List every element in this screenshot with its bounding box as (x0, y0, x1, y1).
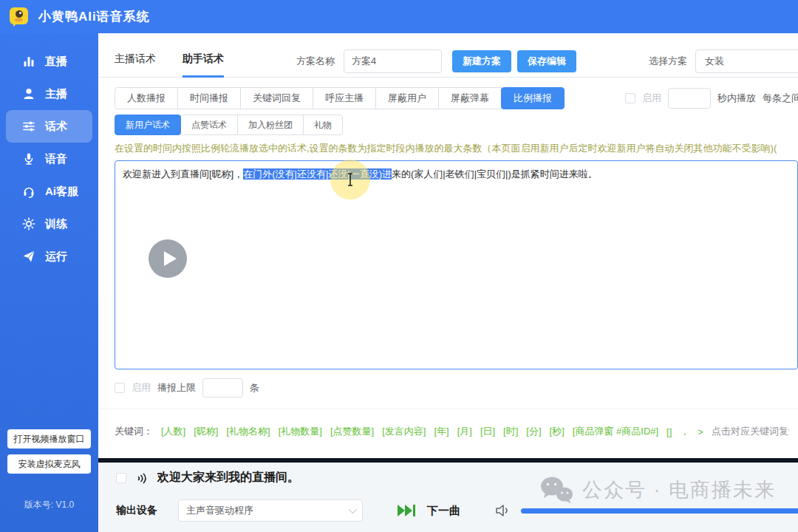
interval-enable-label: 启用 (642, 92, 661, 105)
keyword-item[interactable]: [秒] (550, 425, 565, 438)
keywords-copy-hint: 点击对应关键词复制 (712, 425, 789, 438)
limit-enable-checkbox[interactable] (115, 383, 125, 393)
header-bar: 主播话术 助手话术 方案名称 新建方案 保存编辑 选择方案 女装 (98, 33, 798, 78)
output-row: 输出设备 主声音驱动程序 下一曲 (116, 499, 798, 522)
sidebar-item-anchor[interactable]: 主播 (0, 78, 98, 110)
sound-wave-icon (134, 471, 149, 485)
greeting-checkbox[interactable] (116, 473, 126, 483)
tab-headcount-broadcast[interactable]: 人数播报 (115, 87, 178, 109)
plan-name-input[interactable] (344, 50, 442, 73)
next-track-icon[interactable] (397, 504, 417, 517)
limit-input[interactable] (202, 378, 243, 398)
speaker-icon[interactable] (494, 503, 511, 518)
speech-tab-group: 新用户话术 点赞话术 加入粉丝团 礼物 (115, 115, 343, 135)
interval-gap-label: 每条之间间隔 (763, 92, 798, 105)
plan-select-value: 女装 (705, 55, 724, 68)
limit-unit: 条 (250, 381, 259, 395)
sidebar-item-label: 训练 (45, 217, 67, 231)
output-device-value: 主声音驱动程序 (186, 504, 253, 517)
plan-controls: 方案名称 新建方案 保存编辑 (296, 50, 576, 73)
script-editor[interactable]: 欢迎新进入到直播间[昵称]，在门外(没有|还没有|还没|一直没)进来的(家人们|… (115, 160, 798, 369)
tab-block-danmu[interactable]: 屏蔽弹幕 (438, 87, 502, 109)
chevron-down-icon (349, 505, 357, 514)
sidebar-item-scripts[interactable]: 话术 (6, 110, 92, 143)
sidebar-item-run[interactable]: 运行 (0, 240, 98, 273)
paper-plane-icon (22, 250, 35, 263)
sidebar-item-label: 运行 (45, 250, 67, 264)
sidebar-item-ai-service[interactable]: Ai客服 (0, 175, 98, 208)
version-label: 版本号: V1.0 (0, 499, 98, 511)
keyword-item[interactable]: ， (680, 425, 689, 438)
keyword-item[interactable]: [商品弹窗 #商品ID#] (573, 425, 658, 438)
broadcast-tab-group: 人数播报 时间播报 关键词回复 呼应主播 屏蔽用户 屏蔽弹幕 比例播报 (115, 87, 565, 109)
section-divider (98, 409, 798, 409)
interval-seconds-input[interactable] (668, 88, 711, 109)
keyword-item[interactable]: [礼物数量] (279, 425, 322, 438)
keyword-item[interactable]: [日] (480, 425, 495, 438)
limit-label: 播报上限 (157, 381, 196, 395)
volume-slider[interactable] (521, 508, 798, 514)
script-text: 欢迎新进入到直播间[昵称]，在门外(没有|还没有|还没|一直没)进来的(家人们|… (123, 167, 790, 182)
main-content: 主播话术 助手话术 方案名称 新建方案 保存编辑 选择方案 女装 人数播报 时间… (98, 33, 798, 532)
tab-like-scripts[interactable]: 点赞话术 (180, 115, 238, 135)
sidebar-item-training[interactable]: 训练 (0, 208, 98, 240)
sidebar-item-voice[interactable]: 语音 (0, 143, 98, 175)
greeting-row: 欢迎大家来到我的直播间。 (116, 470, 299, 485)
tab-ratio-broadcast[interactable]: 比例播报 (501, 87, 565, 109)
keywords-label: 关键词： (115, 425, 153, 438)
next-track-label[interactable]: 下一曲 (427, 504, 460, 518)
gear-icon (22, 217, 35, 231)
sliders-icon (22, 120, 35, 133)
interval-controls: 启用 秒内播放 每条之间间隔 (625, 88, 798, 109)
keyword-item[interactable]: [昵称] (194, 425, 218, 438)
sidebar: 直播 主播 话术 (0, 33, 98, 532)
microphone-icon (22, 152, 35, 166)
limit-enable-label: 启用 (132, 381, 151, 395)
keyword-item[interactable]: [时] (503, 425, 518, 438)
keyword-item[interactable]: [年] (434, 425, 449, 438)
selected-text: 在门外(没有|还没有|还没|一直没)进 (243, 168, 392, 180)
limit-row: 启用 播报上限 条 (115, 378, 259, 398)
keyword-item[interactable]: [点赞数量] (330, 425, 374, 438)
keyword-item[interactable]: [礼物名称] (226, 425, 270, 438)
app-title: 小黄鸭AIi语音系统 (38, 8, 150, 25)
keyword-item[interactable]: > (698, 426, 703, 437)
save-edit-button[interactable]: 保存编辑 (517, 50, 576, 72)
play-button[interactable] (149, 239, 187, 278)
tab-new-user-scripts[interactable]: 新用户话术 (115, 115, 181, 135)
keyword-item[interactable]: [发言内容] (382, 425, 426, 438)
tab-assistant-scripts[interactable]: 助手话术 (183, 52, 224, 78)
sidebar-item-label: Ai客服 (45, 185, 78, 199)
tab-anchor-scripts[interactable]: 主播话术 (115, 52, 156, 78)
keyword-item[interactable]: [分] (526, 425, 541, 438)
sidebar-item-label: 语音 (45, 152, 67, 166)
plan-select[interactable]: 女装 (695, 50, 798, 73)
interval-enable-checkbox[interactable] (625, 93, 635, 103)
keyword-item[interactable]: [] (666, 426, 672, 437)
open-video-window-button[interactable]: 打开视频播放窗口 (7, 429, 91, 449)
script-tabs: 主播话术 助手话术 (115, 52, 224, 78)
select-plan-label: 选择方案 (649, 55, 687, 68)
sidebar-item-label: 直播 (45, 55, 67, 69)
keywords-row: 关键词： [人数] [昵称] [礼物名称] [礼物数量] [点赞数量] [发言内… (115, 425, 789, 438)
tab-block-user[interactable]: 屏蔽用户 (375, 87, 439, 109)
plan-select-controls: 选择方案 女装 (649, 50, 798, 73)
app-titlebar: 小黄鸭AIi语音系统 (0, 0, 798, 33)
sidebar-item-live[interactable]: 直播 (0, 45, 98, 78)
instruction-text: 在设置的时间内按照比例轮流播放选中的话术,设置的条数为指定时段内播放的最大条数（… (115, 142, 798, 155)
tab-echo-anchor[interactable]: 呼应主播 (313, 87, 376, 109)
keyword-item[interactable]: [月] (457, 425, 472, 438)
plan-name-label: 方案名称 (296, 55, 335, 68)
tab-keyword-reply[interactable]: 关键词回复 (240, 87, 313, 109)
bar-chart-icon (22, 55, 35, 68)
tab-time-broadcast[interactable]: 时间播报 (177, 87, 241, 109)
keyword-item[interactable]: [人数] (161, 425, 185, 438)
tab-join-fanclub[interactable]: 加入粉丝团 (237, 115, 304, 135)
user-icon (22, 87, 35, 100)
new-plan-button[interactable]: 新建方案 (452, 50, 511, 72)
install-virtual-mic-button[interactable]: 安装虚拟麦克风 (7, 454, 91, 474)
sidebar-item-label: 话术 (45, 120, 67, 134)
headset-icon (22, 185, 35, 198)
tab-gift[interactable]: 礼物 (303, 115, 343, 135)
output-device-select[interactable]: 主声音驱动程序 (178, 499, 363, 522)
